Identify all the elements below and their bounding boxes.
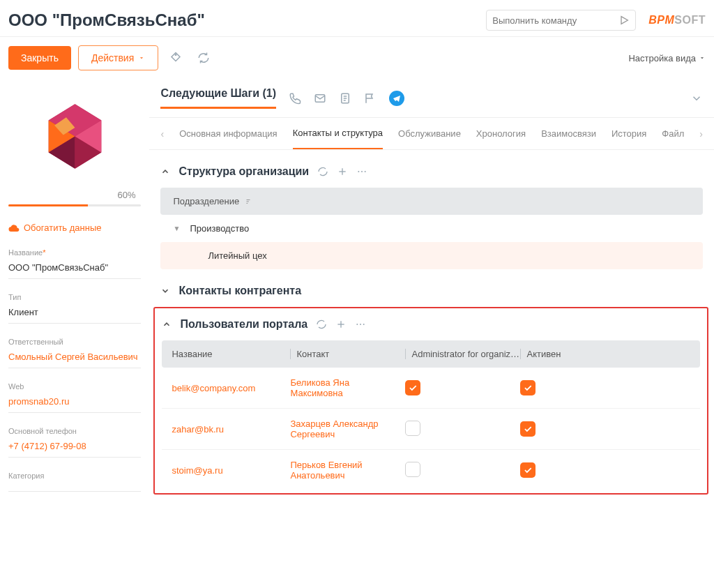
- svg-marker-0: [621, 17, 628, 24]
- tab-relations[interactable]: Взаимосвязи: [541, 128, 596, 149]
- progress-percent: 60%: [117, 190, 135, 200]
- col-active[interactable]: Активен: [520, 349, 690, 359]
- collapse-steps-icon[interactable]: [690, 92, 703, 105]
- table-row[interactable]: zahar@bk.ruЗахарцев Александр Сергеевич: [162, 409, 700, 450]
- run-command-icon[interactable]: [618, 15, 630, 26]
- type-value[interactable]: Клиент: [8, 307, 141, 324]
- phone-icon[interactable]: [289, 92, 301, 105]
- portal-collapse-icon[interactable]: [162, 319, 172, 329]
- contacts-title: Контакты контрагента: [178, 285, 301, 297]
- owner-label: Ответственный: [8, 338, 141, 346]
- name-label: Название*: [8, 248, 141, 257]
- svg-point-26: [363, 324, 365, 325]
- tabs: ‹ Основная информация Контакты и структу…: [149, 118, 714, 150]
- tab-files[interactable]: Файл: [662, 128, 684, 149]
- category-value[interactable]: [8, 485, 141, 492]
- portal-users-title: Пользователи портала: [180, 318, 307, 331]
- table-row[interactable]: stoim@ya.ruПерьков Евгений Анатольевич: [162, 450, 700, 490]
- web-value[interactable]: promsnab20.ru: [8, 396, 141, 413]
- svg-point-25: [360, 324, 361, 325]
- row-name[interactable]: belik@company.com: [172, 383, 290, 393]
- org-more-icon[interactable]: [356, 166, 367, 177]
- portal-add-icon[interactable]: [335, 319, 347, 330]
- checkbox-checked-icon[interactable]: [520, 462, 536, 478]
- org-refresh-icon[interactable]: [317, 166, 328, 177]
- svg-point-24: [357, 324, 358, 325]
- actions-button[interactable]: Действия: [78, 45, 158, 70]
- row-active: [520, 380, 690, 395]
- portal-more-icon[interactable]: [355, 319, 366, 330]
- tab-history[interactable]: История: [612, 128, 646, 149]
- row-admin: [405, 462, 520, 479]
- portal-users-section: Пользователи портала Название Контакт Ad…: [153, 307, 708, 495]
- company-logo: [38, 100, 112, 173]
- org-collapse-icon[interactable]: [160, 167, 170, 176]
- flag-icon[interactable]: [364, 92, 377, 105]
- category-label: Категория: [8, 472, 141, 480]
- checkbox-checked-icon[interactable]: [520, 380, 536, 395]
- checkbox-unchecked-icon[interactable]: [405, 421, 420, 436]
- tag-icon[interactable]: [165, 47, 186, 68]
- row-name[interactable]: zahar@bk.ru: [172, 424, 290, 435]
- app-logo: BPMSOFT: [648, 14, 706, 27]
- web-label: Web: [8, 382, 141, 391]
- checkbox-checked-icon[interactable]: [520, 421, 536, 437]
- row-contact[interactable]: Беликова Яна Максимовна: [290, 377, 405, 398]
- name-value[interactable]: ООО "ПромСвязьСнаб": [8, 262, 141, 279]
- owner-value[interactable]: Смольный Сергей Васильевич: [8, 352, 141, 368]
- org-row-foundry[interactable]: Литейный цех: [160, 242, 703, 269]
- view-config-button[interactable]: Настройка вида: [628, 53, 706, 63]
- contacts-collapse-icon[interactable]: [160, 286, 170, 296]
- tab-contacts-structure[interactable]: Контакты и структура: [293, 128, 383, 149]
- svg-point-17: [361, 171, 363, 172]
- tab-scroll-right-icon[interactable]: ›: [699, 128, 703, 149]
- col-name[interactable]: Название: [172, 349, 290, 359]
- checkbox-checked-icon[interactable]: [405, 380, 420, 395]
- row-active: [520, 421, 690, 437]
- enrich-data-link[interactable]: Обогатить данные: [8, 222, 141, 233]
- phone-value[interactable]: +7 (4712) 67-99-08: [8, 441, 141, 458]
- close-button[interactable]: Закрыть: [8, 46, 71, 70]
- svg-point-18: [365, 171, 366, 172]
- row-active: [520, 462, 690, 478]
- company-logo-area: [8, 87, 141, 190]
- org-structure-title: Структура организации: [178, 165, 309, 178]
- command-box[interactable]: [486, 10, 636, 31]
- row-contact[interactable]: Захарцев Александр Сергеевич: [290, 419, 405, 439]
- next-steps-title[interactable]: Следующие Шаги (1): [160, 87, 275, 109]
- row-contact[interactable]: Перьков Евгений Анатольевич: [290, 460, 405, 481]
- row-admin: [405, 421, 520, 438]
- svg-point-16: [358, 171, 359, 172]
- portal-refresh-icon[interactable]: [316, 319, 327, 330]
- tab-scroll-left-icon[interactable]: ‹: [160, 128, 164, 149]
- telegram-icon[interactable]: [389, 91, 404, 106]
- refresh-icon[interactable]: [193, 47, 214, 68]
- note-icon[interactable]: [339, 92, 351, 105]
- org-column-header[interactable]: Подразделение: [160, 188, 703, 215]
- tab-service[interactable]: Обслуживание: [398, 128, 461, 149]
- checkbox-unchecked-icon[interactable]: [405, 462, 420, 477]
- col-contact[interactable]: Контакт: [290, 349, 405, 359]
- svg-point-1: [176, 54, 177, 56]
- col-admin[interactable]: Administrator for organiz…: [405, 349, 520, 359]
- row-admin: [405, 380, 520, 395]
- portal-table-header: Название Контакт Administrator for organ…: [162, 340, 700, 368]
- org-add-icon[interactable]: [337, 166, 348, 177]
- tab-main-info[interactable]: Основная информация: [179, 128, 278, 149]
- tab-chronology[interactable]: Хронология: [476, 128, 526, 149]
- org-row-production[interactable]: ▼ Производство: [160, 215, 703, 242]
- progress-bar: [8, 204, 141, 206]
- row-name[interactable]: stoim@ya.ru: [172, 465, 290, 476]
- table-row[interactable]: belik@company.comБеликова Яна Максимовна: [162, 368, 700, 409]
- mail-icon[interactable]: [314, 92, 326, 105]
- type-label: Тип: [8, 293, 141, 301]
- phone-label: Основной телефон: [8, 427, 141, 435]
- expand-icon[interactable]: ▼: [173, 225, 180, 232]
- page-title: ООО "ПромСвязьСнаб": [8, 10, 486, 30]
- command-input[interactable]: [492, 15, 618, 26]
